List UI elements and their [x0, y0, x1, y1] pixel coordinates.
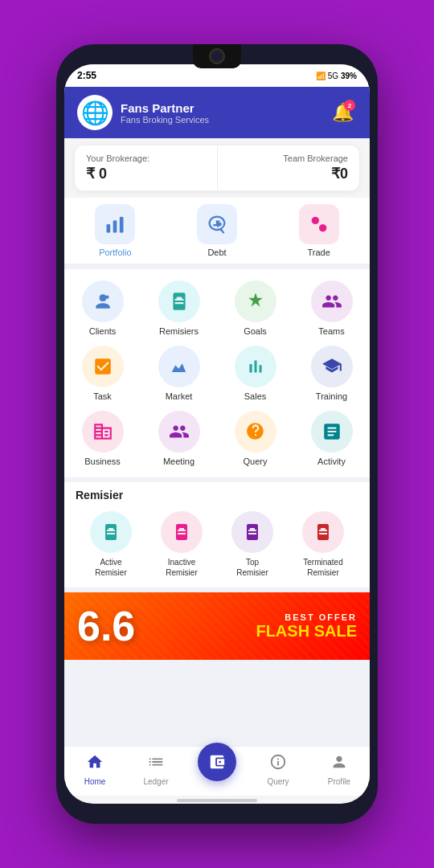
remisier-section-title: Remisier: [76, 489, 358, 502]
svg-rect-2: [120, 217, 124, 233]
phone-screen: 2:55 📶 5G 39% 🌐 Fans Partner Fans Brokin…: [64, 64, 370, 804]
home-nav-label: Home: [84, 777, 106, 786]
teams-icon: [311, 280, 353, 322]
market-icon: [158, 346, 200, 387]
active-remisier-label: ActiveRemisier: [95, 557, 126, 578]
meeting-item[interactable]: Meeting: [141, 411, 217, 466]
business-item[interactable]: Business: [64, 411, 141, 466]
query-nav-icon: [269, 753, 287, 775]
svg-rect-0: [107, 224, 111, 233]
sales-icon: [235, 346, 276, 387]
nav-home[interactable]: Home: [64, 753, 125, 786]
nav-ledger[interactable]: Ledger: [125, 753, 186, 786]
avatar-image: 🌐: [81, 100, 109, 126]
notification-button[interactable]: 🔔 2: [328, 98, 357, 127]
your-brokerage: Your Brokerage: ₹ 0: [75, 145, 218, 190]
business-icon: [82, 411, 124, 452]
query-nav-label: Query: [267, 777, 289, 786]
sales-item[interactable]: Sales: [217, 346, 293, 401]
clients-item[interactable]: Clients: [64, 280, 141, 336]
bluetooth-icon: 📶: [316, 72, 326, 80]
trade-icon: [299, 204, 339, 244]
debt-action[interactable]: Debt: [166, 204, 268, 257]
business-label: Business: [84, 457, 121, 466]
team-brokerage-label: Team Brokerage: [229, 154, 349, 163]
inactive-remisier-item[interactable]: InactiveRemisier: [146, 511, 217, 578]
terminated-remisier-item[interactable]: TerminatedRemisier: [288, 511, 358, 578]
task-item[interactable]: Task: [64, 346, 141, 401]
meeting-icon: [158, 411, 200, 452]
query-grid-label: Query: [244, 457, 268, 466]
svg-point-3: [311, 217, 318, 224]
app-title: Fans Partner: [121, 101, 209, 115]
ledger-icon: [147, 753, 165, 775]
remisiers-icon: [158, 280, 200, 322]
phone-frame: 2:55 📶 5G 39% 🌐 Fans Partner Fans Brokin…: [56, 44, 378, 824]
goals-label: Goals: [244, 326, 267, 336]
remisiers-item[interactable]: Remisiers: [141, 280, 217, 336]
wallet-icon: [208, 753, 226, 771]
your-brokerage-value: ₹ 0: [86, 165, 206, 182]
home-indicator: [177, 799, 257, 802]
status-time: 2:55: [77, 70, 96, 81]
app-header: 🌐 Fans Partner Fans Broking Services 🔔 2: [64, 87, 370, 138]
teams-item[interactable]: Teams: [293, 280, 370, 336]
top-remisier-icon: [231, 511, 273, 553]
team-brokerage: Team Brokerage ₹0: [218, 145, 360, 190]
app-subtitle: Fans Broking Services: [121, 115, 209, 125]
top-remisier-item[interactable]: TopRemisier: [217, 511, 288, 578]
trade-action[interactable]: Trade: [268, 204, 370, 257]
grid-row-2: Task Market: [64, 341, 370, 406]
nav-profile[interactable]: Profile: [309, 753, 370, 786]
profile-nav-icon: [330, 753, 348, 775]
flash-sale-banner: 6.6 BEST OFFER FLASH SALE: [64, 592, 370, 660]
task-label: Task: [93, 391, 112, 401]
training-label: Training: [316, 391, 347, 401]
training-item[interactable]: Training: [293, 346, 370, 401]
nav-query[interactable]: Query: [248, 753, 309, 786]
svg-point-5: [105, 295, 108, 298]
your-brokerage-label: Your Brokerage:: [86, 154, 206, 163]
portfolio-icon: [95, 204, 135, 244]
banner-offer-label: BEST OFFER: [285, 612, 357, 622]
inactive-remisier-label: InactiveRemisier: [166, 557, 197, 578]
flash-sale-text: FLASH SALE: [256, 622, 357, 641]
query-grid-item[interactable]: Query: [217, 411, 293, 466]
activity-label: Activity: [317, 457, 346, 466]
svg-point-4: [319, 224, 326, 231]
bottom-nav: Home Ledger Query: [64, 746, 370, 796]
home-icon: [86, 753, 104, 775]
inactive-remisier-icon: [161, 511, 203, 553]
sales-label: Sales: [244, 391, 267, 401]
trade-label: Trade: [308, 248, 330, 257]
goals-item[interactable]: Goals: [217, 280, 293, 336]
nav-wallet-center[interactable]: [186, 759, 248, 781]
market-label: Market: [166, 391, 193, 401]
banner-number: 6.6: [77, 605, 135, 647]
active-remisier-item[interactable]: ActiveRemisier: [76, 511, 146, 578]
clients-icon: [82, 280, 124, 322]
clients-label: Clients: [89, 326, 117, 336]
remisier-section: Remisier ActiveRemisier: [64, 482, 370, 588]
task-icon: [82, 346, 124, 387]
activity-icon: [311, 411, 353, 452]
battery-indicator: 39%: [341, 72, 357, 80]
quick-actions: Portfolio Debt: [64, 198, 370, 264]
remisier-row: ActiveRemisier InactiveRemisier: [76, 508, 358, 581]
wallet-center-button[interactable]: [198, 743, 236, 781]
activity-item[interactable]: Activity: [293, 411, 370, 466]
header-text: Fans Partner Fans Broking Services: [121, 101, 209, 125]
avatar: 🌐: [77, 95, 113, 130]
portfolio-label: Portfolio: [99, 248, 131, 257]
signal-icon: 5G: [328, 72, 338, 80]
meeting-label: Meeting: [163, 457, 194, 466]
debt-label: Debt: [207, 248, 226, 257]
profile-nav-label: Profile: [328, 777, 350, 786]
market-item[interactable]: Market: [141, 346, 217, 401]
query-grid-icon: [235, 411, 276, 452]
goals-icon: [235, 280, 276, 322]
notification-badge: 2: [344, 100, 355, 111]
portfolio-action[interactable]: Portfolio: [64, 204, 166, 257]
grid-row-3: Business Meeting: [64, 406, 370, 471]
active-remisier-icon: [90, 511, 132, 553]
